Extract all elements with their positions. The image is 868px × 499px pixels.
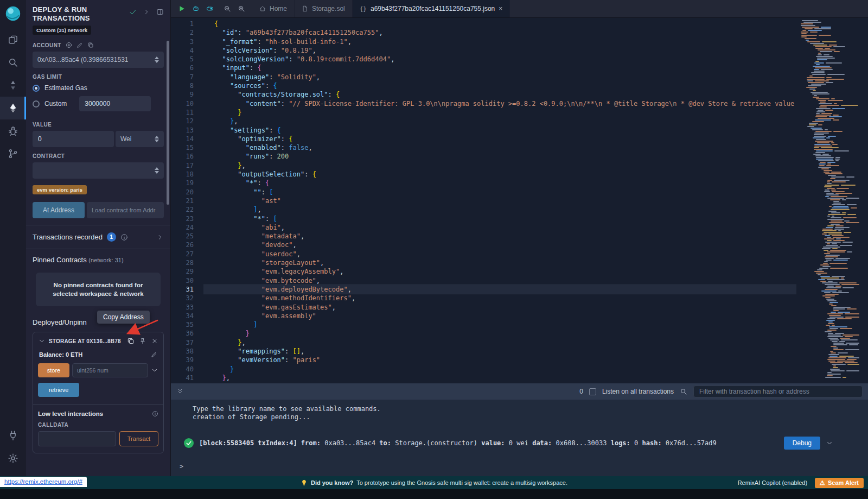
listen-checkbox[interactable]	[589, 388, 596, 395]
scam-alert-badge[interactable]: ⚠ Scam Alert	[815, 478, 864, 488]
transact-button[interactable]: Transact	[119, 431, 158, 446]
value-unit-select[interactable]: Wei	[116, 131, 164, 147]
settings-icon[interactable]	[0, 447, 26, 470]
contract-instance-title[interactable]: STORAGE AT 0X136...8B78	[49, 338, 121, 344]
zoom-out-icon[interactable]	[224, 5, 231, 12]
bot-icon[interactable]	[192, 5, 200, 12]
transactions-count-badge: 1	[107, 232, 116, 242]
json-braces-icon	[360, 5, 367, 12]
transaction-log-row[interactable]: [block:5583405 txIndex:4] from: 0xa03...…	[184, 437, 833, 450]
chevron-down-icon[interactable]	[38, 337, 46, 345]
debugger-icon[interactable]	[0, 119, 26, 142]
contract-label: CONTRACT	[33, 153, 164, 159]
value-label: VALUE	[33, 122, 164, 128]
chevron-right-icon[interactable]	[156, 233, 164, 241]
copilot-status[interactable]: RemixAI Copilot (enabled)	[738, 479, 807, 486]
gas-limit-label: GAS LIMIT	[33, 74, 164, 80]
custom-gas-radio[interactable]	[33, 100, 40, 108]
stepper-icon[interactable]	[155, 136, 159, 142]
terminal-filter-input[interactable]	[693, 386, 863, 397]
terminal-line: Type the library name to see available c…	[171, 405, 868, 413]
debug-button[interactable]: Debug	[784, 437, 820, 450]
home-icon	[259, 5, 266, 12]
pending-count: 0	[579, 388, 583, 395]
transaction-summary: [block:5583405 txIndex:4] from: 0xa03...…	[199, 439, 778, 447]
warning-icon: ⚠	[820, 479, 825, 487]
search-icon[interactable]	[0, 51, 26, 74]
value-input[interactable]	[33, 131, 114, 147]
contract-select[interactable]	[33, 162, 164, 179]
chevron-down-icon[interactable]	[151, 367, 158, 374]
editor-scrollbar[interactable]	[860, 18, 868, 383]
stepper-icon[interactable]	[155, 56, 159, 63]
toggle-on-icon[interactable]	[206, 5, 214, 12]
lightbulb-icon	[301, 479, 308, 487]
close-icon[interactable]	[151, 337, 158, 345]
pinned-empty-message: No pinned contracts found for selected w…	[36, 273, 161, 306]
zoom-in-icon[interactable]	[238, 5, 245, 12]
at-address-button[interactable]: At Address	[33, 202, 85, 218]
git-icon[interactable]	[0, 142, 26, 165]
check-icon	[129, 8, 137, 16]
panel-layout-icon[interactable]	[156, 8, 164, 16]
play-icon[interactable]	[178, 5, 186, 12]
tab-storage-sol[interactable]: Storage.sol	[295, 0, 353, 17]
workspace-icon[interactable]	[0, 28, 26, 51]
bottom-filler	[0, 489, 868, 499]
pin-icon[interactable]	[139, 337, 146, 345]
copy-icon[interactable]	[87, 42, 94, 48]
terminal-line: creation of Storage pending...	[171, 413, 868, 421]
tip-title: Did you know?	[311, 479, 353, 486]
browser-status-url: https://remix.ethereum.org/#	[0, 477, 87, 487]
annotation-arrow	[123, 318, 162, 337]
close-icon[interactable]: ×	[499, 5, 502, 12]
remix-ide-window: DEPLOY & RUN TRANSACTIONS Custom (31) ne…	[0, 0, 868, 499]
custom-gas-input[interactable]	[79, 96, 151, 111]
minimap[interactable]	[796, 18, 860, 383]
account-label: ACCOUNT	[33, 42, 61, 48]
panel-scrollbar[interactable]	[167, 41, 169, 205]
deploy-run-icon[interactable]	[0, 97, 26, 119]
chevron-down-icon[interactable]	[826, 439, 833, 447]
estimated-gas-label: Estimated Gas	[44, 84, 87, 92]
plugin-manager-icon[interactable]	[0, 424, 26, 447]
custom-gas-label: Custom	[44, 100, 67, 108]
network-badge: Custom (31) network	[33, 26, 91, 35]
search-small-icon	[680, 388, 687, 395]
edit-icon[interactable]	[151, 351, 157, 358]
store-function-button[interactable]: store	[38, 363, 69, 377]
check-circle-icon	[184, 438, 194, 448]
at-address-input[interactable]	[87, 202, 164, 218]
status-bar: Did you know? To prototype using the Gno…	[0, 476, 868, 489]
listen-label: Listen on all transactions	[602, 388, 674, 395]
account-select[interactable]: 0xA03...85ac4 (0.39866531531	[33, 52, 164, 68]
info-icon[interactable]	[120, 233, 128, 241]
terminal-expand-icon[interactable]	[176, 388, 184, 395]
pinned-contracts-heading: Pinned Contracts (network: 31)	[26, 249, 170, 266]
store-argument-input[interactable]	[72, 363, 148, 377]
tab-home[interactable]: Home	[252, 0, 295, 17]
terminal-prompt[interactable]: >	[171, 463, 868, 470]
calldata-input[interactable]	[38, 431, 116, 446]
transactions-recorded-label: Transactions recorded	[33, 233, 103, 241]
solidity-compiler-icon[interactable]	[0, 74, 26, 97]
editor-topbar: Home Storage.sol a69b43f277ba20fcac14115…	[171, 0, 868, 18]
stepper-icon[interactable]	[155, 167, 159, 174]
sidebar-bottom-group	[0, 424, 26, 476]
tab-build-info-json[interactable]: a69b43f277ba20fcac141151250ca755.json ×	[353, 0, 510, 17]
retrieve-function-button[interactable]: retrieve	[38, 383, 79, 397]
edit-icon[interactable]	[76, 42, 83, 48]
estimated-gas-radio[interactable]	[33, 85, 40, 92]
terminal-toolbar: 0 Listen on all transactions	[171, 383, 868, 400]
pinned-network-label: (network: 31)	[88, 257, 123, 263]
code-area[interactable]: { "id": "a69b43f277ba20fcac141151250ca75…	[203, 18, 796, 383]
evm-version-badge: evm version: paris	[33, 185, 87, 194]
copy-address-icon[interactable]	[127, 337, 135, 345]
info-icon[interactable]	[152, 410, 158, 417]
terminal-output: Type the library name to see available c…	[171, 400, 868, 470]
tip-text: To prototype using the Gnosis safe multi…	[356, 479, 567, 486]
remix-logo[interactable]	[4, 4, 22, 23]
terminal: 0 Listen on all transactions Type the li…	[171, 383, 868, 476]
forward-icon[interactable]	[143, 8, 150, 16]
plus-circle-icon[interactable]	[66, 42, 72, 48]
